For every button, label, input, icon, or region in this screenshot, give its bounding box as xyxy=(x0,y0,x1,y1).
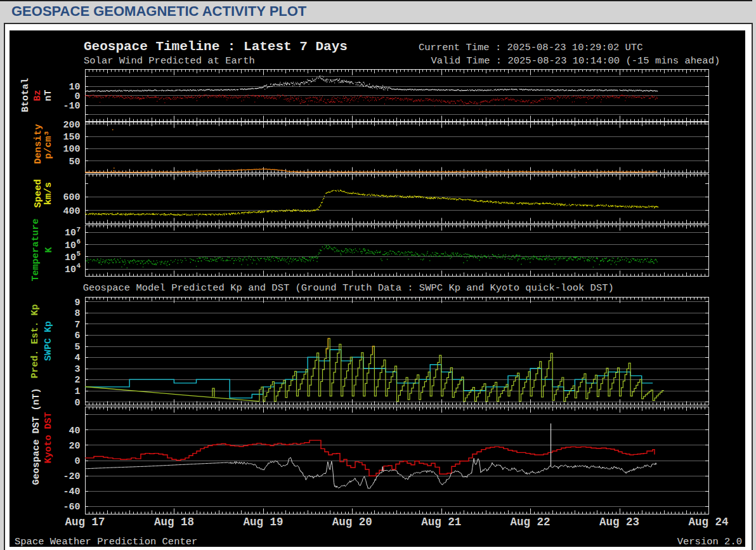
svg-text:10: 10 xyxy=(64,228,75,239)
svg-text:Btotal: Btotal xyxy=(20,78,31,112)
svg-text:150: 150 xyxy=(63,132,80,143)
svg-text:-40: -40 xyxy=(63,487,80,497)
svg-text:Aug 18: Aug 18 xyxy=(153,516,193,528)
svg-text:10: 10 xyxy=(64,240,75,251)
svg-text:p/cm³: p/cm³ xyxy=(43,130,54,159)
svg-text:8: 8 xyxy=(74,308,80,319)
svg-text:Pred. Est. Kp: Pred. Est. Kp xyxy=(29,304,40,378)
svg-text:7: 7 xyxy=(74,320,80,331)
svg-text:Geospace Timeline : Latest 7 D: Geospace Timeline : Latest 7 Days xyxy=(84,39,348,54)
svg-text:Version 2.0: Version 2.0 xyxy=(677,536,741,547)
svg-text:Speed: Speed xyxy=(33,179,44,207)
svg-text:Bz: Bz xyxy=(32,89,42,101)
svg-text:Aug 24: Aug 24 xyxy=(688,516,728,528)
svg-text:Aug 20: Aug 20 xyxy=(332,516,372,528)
svg-text:5: 5 xyxy=(74,342,80,353)
svg-text:-10: -10 xyxy=(63,101,80,112)
svg-text:km/s: km/s xyxy=(43,182,54,205)
svg-text:Solar Wind Predicted at Earth: Solar Wind Predicted at Earth xyxy=(84,55,255,67)
svg-text:Temperature: Temperature xyxy=(30,218,41,281)
svg-text:6: 6 xyxy=(76,238,81,246)
svg-text:Aug 17: Aug 17 xyxy=(65,516,105,528)
svg-text:4: 4 xyxy=(76,262,81,270)
svg-text:600: 600 xyxy=(63,192,80,203)
svg-text:9: 9 xyxy=(74,298,80,308)
svg-text:Geospace DST (nT): Geospace DST (nT) xyxy=(30,388,41,485)
svg-text:2: 2 xyxy=(74,375,80,386)
svg-text:10: 10 xyxy=(64,265,75,275)
svg-text:Kyoto DST: Kyoto DST xyxy=(42,412,53,463)
svg-text:50: 50 xyxy=(68,157,80,167)
svg-text:0: 0 xyxy=(74,398,80,409)
svg-text:Space Weather Prediction Cente: Space Weather Prediction Center xyxy=(15,536,197,547)
svg-text:10: 10 xyxy=(64,252,75,263)
svg-text:7: 7 xyxy=(76,226,81,233)
svg-text:Aug 23: Aug 23 xyxy=(599,516,639,528)
svg-text:Aug 21: Aug 21 xyxy=(421,516,461,528)
svg-text:400: 400 xyxy=(63,206,80,217)
svg-text:3: 3 xyxy=(74,364,80,375)
svg-text:Geospace Model Predicted Kp an: Geospace Model Predicted Kp and DST (Gro… xyxy=(82,282,613,294)
svg-text:6: 6 xyxy=(74,331,80,341)
svg-text:1: 1 xyxy=(74,386,80,397)
svg-text:20: 20 xyxy=(68,441,80,452)
svg-text:SWPC Kp: SWPC Kp xyxy=(42,321,53,361)
svg-text:-20: -20 xyxy=(63,471,80,482)
svg-text:40: 40 xyxy=(68,426,80,436)
svg-text:4: 4 xyxy=(74,353,80,363)
svg-text:5: 5 xyxy=(76,250,81,258)
svg-text:Valid Time : 2025-08-23 10:14:: Valid Time : 2025-08-23 10:14:00 (-15 mi… xyxy=(431,55,720,67)
svg-text:-60: -60 xyxy=(63,502,80,513)
svg-text:0: 0 xyxy=(74,456,80,467)
svg-text:Aug 22: Aug 22 xyxy=(510,516,550,528)
svg-text:K: K xyxy=(43,247,54,252)
svg-text:nT: nT xyxy=(42,89,53,101)
svg-text:Current Time : 2025-08-23 10:2: Current Time : 2025-08-23 10:29:02 UTC xyxy=(419,42,642,53)
svg-text:Aug 19: Aug 19 xyxy=(243,516,283,528)
svg-text:Density: Density xyxy=(33,124,44,164)
svg-text:100: 100 xyxy=(63,144,80,155)
svg-text:200: 200 xyxy=(63,120,80,131)
